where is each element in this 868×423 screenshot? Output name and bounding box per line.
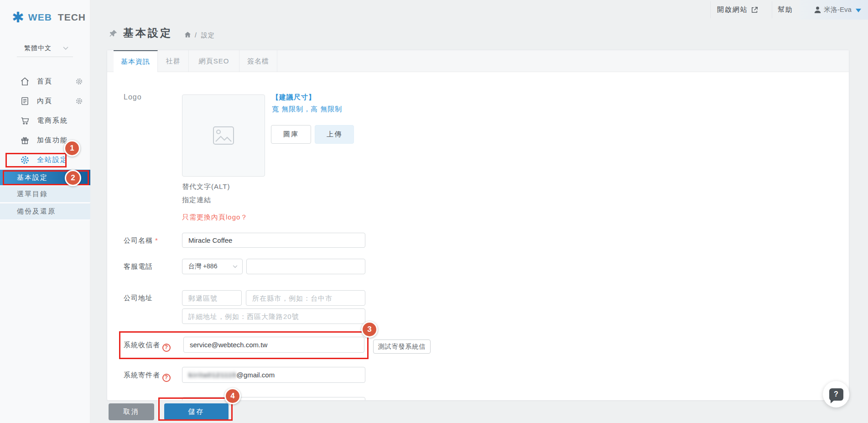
assign-link-label[interactable]: 指定連結	[182, 196, 211, 204]
sidebar-subitem-label: 備份及還原	[17, 207, 56, 216]
page-title: 基本設定	[123, 26, 172, 40]
chevron-down-icon	[233, 265, 238, 268]
sidebar: ✱ WEB TECH 繁體中文 首頁 內頁 電商系統 加值功能 全站設定 基本設…	[0, 0, 90, 423]
sidebar-item-label: 加值功能	[37, 136, 68, 145]
sidebar-subitem-backup-restore[interactable]: 備份及還原	[0, 204, 90, 220]
user-icon	[813, 5, 822, 14]
image-placeholder-icon	[213, 126, 234, 145]
sidebar-item-label: 首頁	[37, 77, 52, 86]
help-bubble-question-mark: ?	[834, 390, 838, 398]
tab-label: 網頁SEO	[199, 57, 229, 66]
language-selector[interactable]: 繁體中文	[17, 40, 73, 57]
tab-social[interactable]: 社群	[158, 50, 189, 72]
pin-icon	[109, 29, 118, 38]
change-inner-logo-link[interactable]: 只需更換內頁logo？	[182, 213, 248, 222]
company-address-label: 公司地址	[124, 290, 153, 306]
sidebar-item-label: 全站設定	[37, 156, 68, 164]
sidebar-item-addons[interactable]: 加值功能	[0, 131, 90, 150]
tab-signature[interactable]: 簽名檔	[239, 50, 277, 72]
sidebar-item-inner-pages[interactable]: 內頁	[0, 91, 90, 111]
sidebar-item-site-settings[interactable]: 全站設定	[0, 150, 90, 170]
system-receiver-label-text: 系統收信者	[124, 341, 160, 349]
country-code-value: 台灣 +886	[188, 262, 217, 271]
cart-icon	[20, 116, 30, 125]
sidebar-subitem-label: 選單目錄	[17, 190, 48, 198]
sidebar-subitem-label: 基本設定	[17, 173, 48, 182]
country-code-select[interactable]: 台灣 +886	[182, 259, 243, 274]
sidebar-item-ecommerce[interactable]: 電商系統	[0, 111, 90, 131]
breadcrumb-separator: /	[195, 31, 197, 39]
question-help-icon[interactable]: ?	[162, 344, 171, 352]
brand-logo[interactable]: ✱ WEB TECH	[12, 10, 86, 25]
external-link-icon[interactable]	[751, 6, 759, 14]
help-link[interactable]: 幫助	[778, 5, 793, 14]
sidebar-item-label: 電商系統	[37, 116, 68, 125]
language-selector-value: 繁體中文	[24, 44, 52, 52]
zip-code-input[interactable]	[182, 290, 242, 306]
gift-icon	[20, 136, 30, 145]
question-help-icon[interactable]: ?	[162, 374, 171, 382]
email-suffix: @gmail.com	[237, 371, 275, 379]
system-sender-input[interactable]: kirita0121115@gmail.com	[182, 367, 365, 383]
company-name-input[interactable]	[182, 233, 365, 248]
brand-name-secondary: TECH	[58, 12, 86, 23]
tab-basic-info[interactable]: 基本資訊	[114, 50, 158, 72]
gear-icon[interactable]	[75, 78, 83, 85]
user-name[interactable]: 米洛-Eva	[824, 5, 852, 14]
company-name-label: 公司名稱*	[124, 233, 158, 248]
chevron-down-icon	[63, 47, 68, 50]
save-button[interactable]: 儲存	[164, 403, 229, 420]
page-icon	[20, 96, 30, 106]
breadcrumb-home-icon[interactable]	[184, 31, 192, 38]
upload-button[interactable]: 上傳	[315, 125, 354, 144]
suggested-size-title: 【建議尺寸】	[272, 93, 316, 102]
sidebar-item-home[interactable]: 首頁	[0, 72, 90, 91]
breadcrumb-current: 設定	[201, 31, 215, 40]
brand-name-primary: WEB	[28, 12, 52, 23]
detail-address-input[interactable]	[182, 308, 365, 324]
tab-label: 基本資訊	[121, 57, 150, 66]
cancel-button[interactable]: 取消	[109, 403, 154, 420]
clipped-input[interactable]	[182, 397, 365, 401]
help-fab-button[interactable]: ?	[823, 381, 849, 407]
brand-asterisk-icon: ✱	[12, 10, 24, 25]
system-receiver-input[interactable]	[183, 337, 364, 353]
gear-icon	[20, 155, 30, 165]
alt-text-label[interactable]: 替代文字(ALT)	[182, 183, 230, 191]
logo-placeholder-box[interactable]	[182, 94, 265, 177]
logo-label: Logo	[124, 93, 142, 101]
header-divider	[772, 1, 772, 18]
settings-card: 基本資訊 社群 網頁SEO 簽名檔 Logo 【建議尺寸】 寬 無限制，高 無限…	[107, 50, 849, 401]
required-asterisk: *	[155, 236, 158, 244]
open-website-link[interactable]: 開啟網站	[717, 5, 748, 14]
masked-email-prefix: kirita0121115	[188, 371, 237, 379]
city-input[interactable]	[246, 290, 365, 306]
system-sender-label: 系統寄件者?	[124, 367, 171, 383]
test-send-system-mail-button[interactable]: 測試寄發系統信	[373, 339, 431, 354]
tab-label: 社群	[166, 57, 181, 66]
header-divider	[710, 1, 711, 18]
user-dropdown-icon[interactable]	[856, 9, 861, 13]
tab-bar: 基本資訊 社群 網頁SEO 簽名檔	[107, 50, 849, 72]
gear-icon[interactable]	[75, 97, 83, 105]
service-phone-input[interactable]	[246, 259, 365, 274]
sidebar-subitem-basic-settings[interactable]: 基本設定	[0, 170, 90, 185]
service-phone-label: 客服電話	[124, 259, 153, 274]
help-bubble-icon: ?	[829, 388, 843, 401]
gallery-button[interactable]: 圖庫	[271, 125, 311, 144]
sidebar-subitem-menu-directory[interactable]: 選單目錄	[0, 186, 90, 203]
system-receiver-label: 系統收信者?	[124, 337, 171, 353]
system-sender-label-text: 系統寄件者	[124, 371, 160, 379]
suggested-size-value: 寬 無限制，高 無限制	[272, 105, 342, 114]
company-name-label-text: 公司名稱	[124, 236, 153, 244]
home-icon	[20, 77, 30, 86]
tab-label: 簽名檔	[247, 57, 269, 66]
tab-seo[interactable]: 網頁SEO	[189, 50, 239, 72]
sidebar-item-label: 內頁	[37, 97, 52, 105]
